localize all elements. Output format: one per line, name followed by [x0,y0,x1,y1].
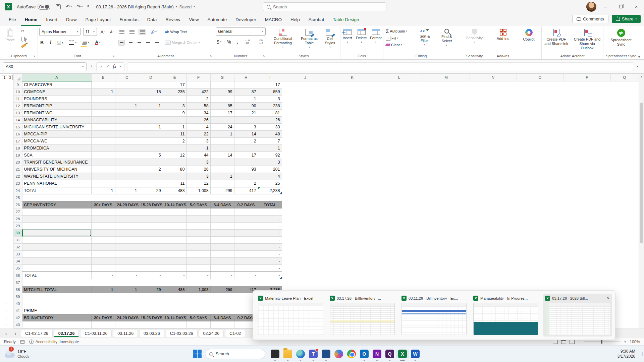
cell-Q25[interactable] [610,194,639,201]
cell-A38[interactable]: MITCHELL TOTAL [22,286,91,293]
align-bottom-button[interactable] [139,29,146,35]
cell-N13[interactable] [470,110,517,117]
cell-D9[interactable] [139,81,163,88]
align-center-button[interactable] [128,40,133,45]
cell-K34[interactable] [329,258,376,265]
cell-A16[interactable]: MPCGA-PIP [22,131,91,138]
cell-O19[interactable] [517,152,564,159]
cell-J10[interactable] [282,88,329,96]
cell-D18[interactable] [139,145,163,152]
align-right-button[interactable] [137,40,142,45]
cell-F13[interactable]: 34 [186,110,210,117]
cell-I28[interactable]: - [258,216,282,223]
cell-A15[interactable]: MICHIGAN STATE UNIVERSITY [22,124,91,131]
cell-O14[interactable] [517,117,564,124]
ribbon-tab-review[interactable]: Review [161,14,184,26]
cell-L35[interactable] [376,265,423,272]
cell-M31[interactable] [423,237,470,244]
cell-E34[interactable] [163,258,186,265]
ribbon-tab-table-design[interactable]: Table Design [329,14,363,26]
cell-E16[interactable]: 11 [163,131,186,138]
cell-O25[interactable] [517,194,564,201]
cell-Q15[interactable] [610,124,639,131]
ribbon-tab-view[interactable]: View [185,14,203,26]
cell-G28[interactable] [210,216,234,223]
ribbon-tab-draw[interactable]: Draw [62,14,81,26]
cell-F29[interactable] [186,223,210,230]
cell-G12[interactable]: 85 [210,103,234,110]
cell-O17[interactable] [517,138,564,145]
cell-A37[interactable] [22,279,91,286]
cell-E22[interactable] [163,173,186,180]
cell-E29[interactable] [163,223,186,230]
cell-M18[interactable] [423,145,470,152]
preview-thumbnail[interactable] [473,303,538,335]
taskbar-app-onenote[interactable]: N [371,350,383,358]
cell-N32[interactable] [470,244,517,251]
cell-A41[interactable]: PRIME [22,307,91,314]
row-header-16[interactable]: 16 [13,131,22,138]
cell-I35[interactable]: - [258,265,282,272]
fill-color-button[interactable]: ▾ [82,40,90,45]
cell-I10[interactable]: 859 [258,88,282,96]
cell-Q24[interactable] [610,187,639,194]
cell-E23[interactable]: 11 [163,180,186,187]
cell-K21[interactable] [329,166,376,173]
cell-styles-button[interactable]: Cell Styles ▾ [321,27,339,50]
cell-B21[interactable] [91,166,115,173]
cell-H29[interactable] [234,223,258,230]
cell-D43[interactable] [139,321,163,328]
cell-M20[interactable] [423,159,470,166]
cell-F43[interactable] [186,321,210,328]
cell-A34[interactable] [22,258,91,265]
cell-L13[interactable] [376,110,423,117]
cell-N14[interactable] [470,117,517,124]
cell-E26[interactable]: 10-14 DAYS [163,201,186,208]
insert-function-icon[interactable]: fx [113,64,116,69]
cell-M30[interactable] [423,230,470,237]
sheet-tab-03-03-26[interactable]: 03.03.26 [139,330,164,337]
cell-O35[interactable] [517,265,564,272]
cell-H36[interactable]: - [234,272,258,279]
dialog-launcher-icon[interactable]: ↘ [209,53,212,58]
cell-J28[interactable] [282,216,329,223]
cell-A31[interactable] [22,237,91,244]
format-as-table-button[interactable]: Format as Table ▾ [299,27,320,50]
font-name-select[interactable]: Aptos Narrow▾ [39,28,80,36]
cell-J22[interactable] [282,173,329,180]
cell-G13[interactable]: 17 [210,110,234,117]
cell-C29[interactable] [115,223,139,230]
zoom-slider[interactable] [584,342,621,342]
weather-widget[interactable]: 1 19°F Cloudy [5,349,30,359]
percent-button[interactable]: % [226,39,232,45]
wrap-text-button[interactable]: abWrap Text [164,29,188,35]
cell-O21[interactable] [517,166,564,173]
cell-B43[interactable] [91,321,115,328]
name-box[interactable]: A30 ▾ [3,62,87,71]
cell-A27[interactable] [22,208,91,216]
undo-button[interactable]: ↶▾ [65,4,72,10]
cell-N27[interactable] [470,208,517,216]
cell-P27[interactable] [564,208,610,216]
cell-Q10[interactable] [610,88,639,96]
cell-M14[interactable] [423,117,470,124]
cell-B9[interactable] [91,81,115,88]
cell-P34[interactable] [564,258,610,265]
cell-B38[interactable]: 1 [91,286,115,293]
cell-H25[interactable] [234,194,258,201]
cell-P33[interactable] [564,251,610,258]
cell-A39[interactable] [22,293,91,300]
row-header-23[interactable]: 23 [13,180,22,187]
cell-H20[interactable] [234,159,258,166]
cell-G41[interactable] [210,307,234,314]
cell-O23[interactable] [517,180,564,187]
cell-M21[interactable] [423,166,470,173]
cell-D39[interactable] [139,293,163,300]
cell-G38[interactable]: 299 [210,286,234,293]
cell-F35[interactable] [186,265,210,272]
cell-L36[interactable] [376,272,423,279]
sort-filter-button[interactable]: A Z Sort & Filter ▾ [415,27,435,47]
cell-N19[interactable] [470,152,517,159]
cell-K11[interactable] [329,96,376,103]
cell-B18[interactable] [91,145,115,152]
